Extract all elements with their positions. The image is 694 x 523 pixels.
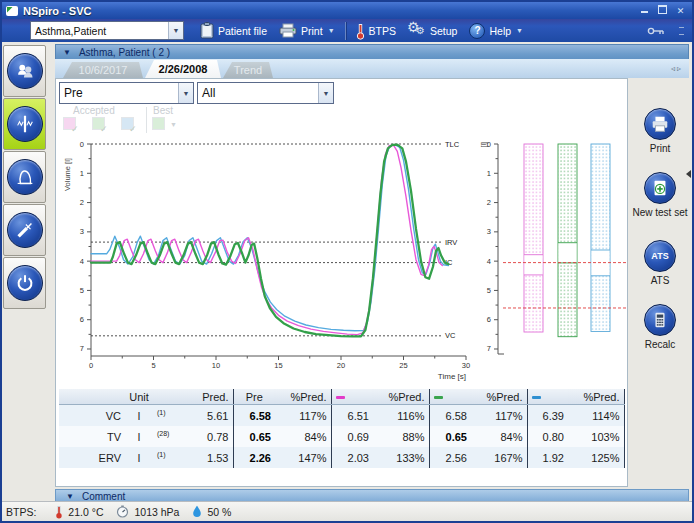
svg-text:3: 3 xyxy=(80,227,84,236)
toolbar-grip xyxy=(679,27,684,35)
svg-text:5: 5 xyxy=(487,286,491,295)
svg-text:0: 0 xyxy=(80,140,84,149)
sidebar-item-power[interactable] xyxy=(3,257,46,309)
sidebar-item-svc[interactable] xyxy=(3,98,46,150)
setup-icon: ⚙⚙ xyxy=(408,22,426,40)
calibration-icon xyxy=(7,212,43,248)
temperature-icon xyxy=(55,504,63,519)
humidity-value: 50 % xyxy=(207,506,231,518)
recalc-icon xyxy=(644,304,676,336)
column-header: %Pred. xyxy=(568,389,624,405)
patient-select-value: Asthma,Patient xyxy=(31,25,168,37)
toolbar-separator xyxy=(345,22,346,40)
collapse-triangle-icon[interactable]: ▼ xyxy=(63,48,71,57)
help-icon: ? xyxy=(469,23,485,39)
svg-text:0: 0 xyxy=(487,140,491,149)
tab-date-1[interactable]: 10/6/2017 xyxy=(63,62,143,78)
patients-icon xyxy=(7,53,43,89)
sidebar-item-patients[interactable] xyxy=(3,45,46,97)
title-bar: NSpiro - SVC ✕ xyxy=(2,2,692,19)
pressure-value: 1013 hPa xyxy=(134,506,179,518)
collapse-triangle-icon[interactable]: ▼ xyxy=(66,492,74,501)
svg-text:7: 7 xyxy=(80,344,84,353)
btps-prefix: BTPS: xyxy=(6,506,36,518)
recalc-button[interactable]: Recalc xyxy=(631,304,689,350)
print-icon xyxy=(279,23,297,38)
flow-volume-icon xyxy=(7,159,43,195)
svg-text:6: 6 xyxy=(487,315,491,324)
ats-button[interactable]: ATS ATS xyxy=(631,240,689,286)
column-header: %Pred. xyxy=(275,389,331,405)
btps-icon xyxy=(356,22,365,40)
series-trial-2-green xyxy=(91,145,449,337)
sidebar-item-calibration[interactable] xyxy=(3,204,46,256)
minimize-icon[interactable] xyxy=(637,5,652,17)
table-row-ERV[interactable]: ERVl(1)1.532.26147%2.03133%2.56167%1.921… xyxy=(59,447,624,468)
trial-select[interactable]: All ▼ xyxy=(197,82,334,104)
btps-button[interactable]: BTPS xyxy=(350,20,402,41)
print-circle-button[interactable]: Print xyxy=(631,108,689,154)
phase-select[interactable]: Pre ▼ xyxy=(59,82,194,104)
param-label: TV xyxy=(59,426,125,447)
content-panel: Pre ▼ All ▼ Accepted ✓ ✓ ✓ Best ▼ 012345… xyxy=(55,78,628,487)
setup-button[interactable]: ⚙⚙ Setup xyxy=(402,20,463,41)
main-chart: 01234567051015202530Time [s]Volume [l]TL… xyxy=(63,140,470,382)
app-window: NSpiro - SVC ✕ Asthma,Patient ▼ Patient … xyxy=(0,0,694,523)
ats-icon: ATS xyxy=(644,240,676,272)
svg-text:5: 5 xyxy=(151,361,155,370)
new-test-set-button[interactable]: New test set xyxy=(631,172,689,218)
svg-text:IRV: IRV xyxy=(445,238,457,247)
svg-text:Volume [l]: Volume [l] xyxy=(63,158,72,191)
svg-text:2: 2 xyxy=(487,198,491,207)
column-header xyxy=(153,389,179,405)
svg-text:3: 3 xyxy=(487,227,491,236)
toolbar: Asthma,Patient ▼ Patient file Print ▼ BT… xyxy=(2,19,692,43)
help-button[interactable]: ? Help ▼ xyxy=(463,20,529,41)
maximize-icon[interactable] xyxy=(655,5,670,17)
svc-icon xyxy=(7,106,43,142)
svg-text:30: 30 xyxy=(462,361,470,370)
svg-text:6: 6 xyxy=(80,315,84,324)
window-title: NSpiro - SVC xyxy=(23,5,91,17)
svc-charts: 01234567051015202530Time [s]Volume [l]TL… xyxy=(56,111,629,391)
chevron-down-icon[interactable]: ▼ xyxy=(168,22,183,39)
column-header xyxy=(331,389,373,405)
column-header: %Pred. xyxy=(373,389,429,405)
chevron-down-icon[interactable]: ▼ xyxy=(318,83,333,103)
print-button[interactable]: Print ▼ xyxy=(273,20,341,41)
chevron-down-icon[interactable]: ▼ xyxy=(178,83,193,103)
series-trial-1-magenta xyxy=(91,145,442,334)
param-label: ERV xyxy=(59,447,125,468)
bar-trial-3-blue xyxy=(591,144,610,331)
series-trial-3-blue xyxy=(91,145,449,331)
column-header xyxy=(59,389,125,405)
patient-file-icon xyxy=(200,22,214,39)
svg-text:4: 4 xyxy=(487,257,491,266)
column-header xyxy=(527,389,568,405)
patient-file-button[interactable]: Patient file xyxy=(194,20,273,41)
table-row-VC[interactable]: VCl(1)5.616.58117%6.51116%6.58117%6.3911… xyxy=(59,405,624,427)
status-bar: BTPS: 21.0 °C 1013 hPa 50 % xyxy=(2,501,692,521)
print-icon xyxy=(644,108,676,140)
param-label: VC xyxy=(59,405,125,427)
svg-text:7: 7 xyxy=(487,344,491,353)
tab-nav-right-icon[interactable]: ▹ xyxy=(677,64,683,73)
column-header: Pred. xyxy=(179,389,233,405)
humidity-icon xyxy=(192,505,202,518)
pressure-icon xyxy=(116,505,129,518)
workspace: ▼ Asthma, Patient ( 2 ) 10/6/2017 2/26/2… xyxy=(2,42,692,502)
key-icon[interactable] xyxy=(647,26,665,36)
svg-text:0: 0 xyxy=(89,361,93,370)
svg-text:15: 15 xyxy=(274,361,282,370)
tab-date-2-active[interactable]: 2/26/2008 xyxy=(145,60,221,78)
column-header: Unit xyxy=(125,389,153,405)
sidebar-item-flow-volume[interactable] xyxy=(3,151,46,203)
svg-text:25: 25 xyxy=(399,361,407,370)
patient-select[interactable]: Asthma,Patient ▼ xyxy=(30,21,184,40)
svg-text:VC: VC xyxy=(445,331,456,340)
table-row-TV[interactable]: TVl(28)0.780.6584%0.6988%0.6584%0.80103% xyxy=(59,426,624,447)
tab-trend[interactable]: Trend xyxy=(223,62,273,78)
close-icon[interactable]: ✕ xyxy=(673,5,688,17)
temperature-value: 21.0 °C xyxy=(68,506,103,518)
trial-color-marker xyxy=(532,396,541,399)
